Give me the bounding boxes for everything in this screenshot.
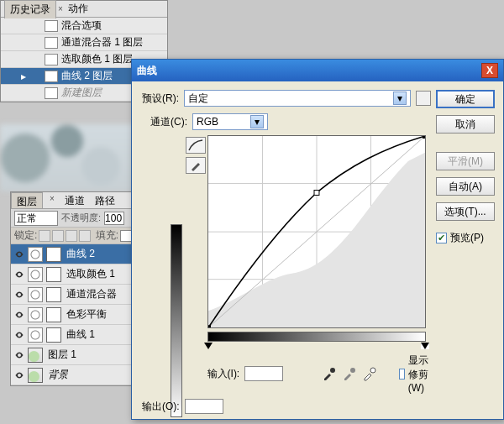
visibility-icon[interactable]: [13, 268, 26, 281]
history-panel-tabs: 历史记录 × 动作: [1, 1, 167, 18]
input-label: 输入(I):: [207, 367, 240, 381]
gray-eyedropper-icon[interactable]: [342, 366, 357, 381]
layer-name: 背景: [48, 368, 68, 382]
svg-rect-7: [208, 325, 211, 327]
show-clipping-label: 显示修剪(W): [408, 353, 431, 394]
channel-label: 通道(C):: [150, 115, 187, 129]
layer-row[interactable]: 色彩平衡: [11, 305, 144, 325]
doc-icon: [45, 87, 58, 99]
tab-channels[interactable]: 通道: [60, 192, 90, 208]
tab-layers[interactable]: 图层: [11, 192, 43, 208]
history-item-label: 曲线 2 图层: [61, 69, 113, 83]
lock-pixels-icon[interactable]: [52, 230, 64, 242]
doc-icon: [45, 37, 58, 49]
chevron-down-icon: ▾: [393, 92, 407, 105]
svg-point-11: [350, 368, 355, 373]
history-item-label: 新建图层: [61, 86, 102, 100]
lock-transparency-icon[interactable]: [39, 230, 50, 242]
layer-mask-thumb[interactable]: [46, 247, 61, 262]
history-item-label: 选取颜色 1 图层: [61, 52, 133, 66]
tab-history[interactable]: 历史记录: [4, 0, 56, 18]
white-eyedropper-icon[interactable]: [362, 366, 377, 381]
svg-rect-8: [314, 190, 319, 195]
input-field[interactable]: [244, 366, 283, 381]
visibility-icon[interactable]: [13, 369, 26, 382]
dialog-titlebar[interactable]: 曲线 X: [132, 60, 503, 81]
tab-paths[interactable]: 路径: [90, 192, 120, 208]
history-item[interactable]: 混合选项: [1, 18, 167, 34]
preset-menu-button[interactable]: [416, 91, 431, 106]
output-field[interactable]: [185, 399, 223, 414]
svg-point-12: [370, 368, 375, 373]
opacity-field[interactable]: 100: [104, 212, 124, 225]
lock-label: 锁定:: [14, 228, 37, 243]
curve-pencil-tool[interactable]: [186, 157, 206, 174]
white-point-slider[interactable]: [421, 343, 429, 349]
lock-position-icon[interactable]: [66, 230, 77, 242]
channel-value: RGB: [197, 116, 218, 128]
output-label: 输出(O):: [142, 400, 180, 414]
layers-options-row: 正常 不透明度: 100: [11, 209, 144, 228]
selective-color-icon: [28, 267, 43, 282]
layers-panel: 图层 × 通道 路径 正常 不透明度: 100 锁定: 填充: 曲线 2 选取颜…: [10, 191, 144, 386]
lock-row: 锁定: 填充:: [11, 228, 144, 244]
lock-all-icon[interactable]: [79, 230, 91, 242]
layer-mask-thumb[interactable]: [46, 267, 61, 282]
show-clipping-checkbox[interactable]: 显示修剪(W): [399, 353, 431, 394]
layer-row[interactable]: 背景: [11, 365, 144, 385]
preset-value: 自定: [188, 92, 208, 106]
close-button[interactable]: X: [481, 63, 498, 78]
svg-rect-9: [423, 136, 425, 139]
history-item-label: 通道混合器 1 图层: [61, 35, 143, 50]
layer-row[interactable]: 曲线 1: [11, 325, 144, 345]
layers-panel-tabs: 图层 × 通道 路径: [11, 192, 144, 209]
layer-name: 图层 1: [48, 348, 76, 362]
layer-row[interactable]: 曲线 2: [11, 244, 144, 264]
visibility-icon[interactable]: [13, 248, 26, 261]
close-icon[interactable]: ×: [45, 192, 60, 208]
layer-row[interactable]: 通道混合器: [11, 285, 144, 305]
layer-mask-thumb[interactable]: [46, 307, 61, 322]
visibility-icon[interactable]: [13, 308, 26, 322]
layer-name: 通道混合器: [66, 287, 117, 301]
visibility-icon[interactable]: [13, 328, 26, 342]
layer-name: 曲线 2: [66, 247, 95, 261]
tab-actions[interactable]: 动作: [63, 0, 93, 18]
checkbox-icon: [399, 369, 404, 380]
chevron-down-icon: ▾: [250, 115, 264, 128]
output-gradient: [171, 224, 182, 417]
layer-name: 色彩平衡: [66, 307, 107, 322]
color-balance-icon: [28, 307, 43, 322]
blend-mode-select[interactable]: 正常: [14, 211, 58, 226]
layer-name: 选取颜色 1: [66, 267, 115, 281]
fill-label: 填充:: [96, 228, 118, 243]
layer-row[interactable]: 选取颜色 1: [11, 264, 144, 285]
layer-row[interactable]: 图层 1: [11, 345, 144, 365]
channel-select[interactable]: RGB ▾: [192, 113, 268, 130]
curve-point-tool[interactable]: [186, 137, 206, 154]
layer-name: 曲线 1: [66, 327, 95, 342]
layer-mask-thumb[interactable]: [46, 287, 61, 302]
layer-thumb[interactable]: [28, 348, 43, 363]
layer-mask-thumb[interactable]: [46, 327, 61, 343]
visibility-icon[interactable]: [13, 348, 26, 362]
doc-icon: [45, 54, 58, 65]
preset-select[interactable]: 自定 ▾: [184, 90, 411, 107]
canvas-preview: [0, 124, 143, 191]
layer-thumb[interactable]: [28, 368, 43, 383]
visibility-icon[interactable]: [13, 288, 26, 301]
doc-icon: [45, 20, 58, 32]
curve-graph[interactable]: [207, 135, 426, 328]
svg-point-10: [330, 368, 335, 373]
layer-list: 曲线 2 选取颜色 1 通道混合器 色彩平衡 曲线 1: [11, 244, 144, 385]
channel-mixer-icon: [28, 287, 43, 302]
history-current-icon: ▸: [19, 71, 28, 82]
opacity-label: 不透明度:: [61, 212, 101, 224]
curves-icon: [28, 247, 43, 262]
dialog-title: 曲线: [137, 64, 157, 78]
black-point-slider[interactable]: [204, 343, 213, 349]
history-item[interactable]: 通道混合器 1 图层: [1, 34, 167, 51]
curves-icon: [28, 327, 43, 343]
preset-label: 预设(R):: [142, 92, 179, 106]
black-eyedropper-icon[interactable]: [322, 366, 337, 381]
